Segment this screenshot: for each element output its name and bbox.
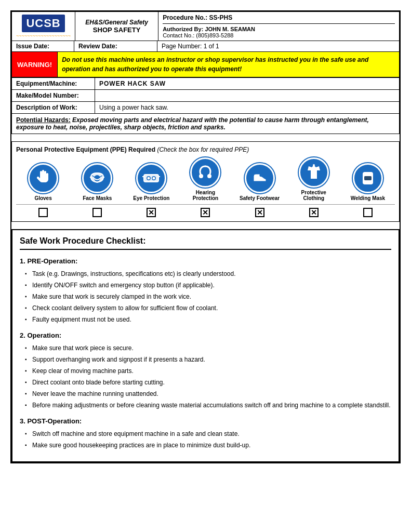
svg-point-10: [199, 174, 203, 178]
ppe-title: Personal Protective Equipment (PPE) Requ…: [16, 146, 395, 153]
swp-list-1: Task (e.g. Drawings, instructions, speci…: [20, 268, 391, 325]
protective-clothing-label: Protective Clothing: [293, 190, 335, 201]
issue-date-label: Issue Date:: [16, 43, 49, 50]
swp-item: Switch off machine and store equipment m…: [25, 428, 391, 440]
eye-protection-icon: [136, 163, 166, 193]
svg-rect-2: [144, 175, 158, 182]
proc-no: Procedure No.: SS-PHS: [163, 14, 395, 24]
swp-list-2: Make sure that work piece is secure. Sup…: [20, 342, 391, 411]
meta-row-table: Issue Date: Review Date: Page Number: 1 …: [11, 41, 400, 52]
hearing-protection-icon: [190, 157, 220, 188]
work-value: Using a power hack saw.: [95, 102, 400, 114]
checkbox-eye-protection[interactable]: ✕: [130, 208, 172, 217]
warning-text: Do not use this machine unless an instru…: [58, 52, 399, 77]
swp-item: Make sure that work piece is secure.: [25, 342, 391, 354]
gloves-label: Gloves: [34, 195, 51, 201]
issue-date-cell: Issue Date:: [12, 41, 74, 52]
contact-label: Contact No.: (805)893-5288: [163, 32, 395, 38]
eye-protection-label: Eye Protection: [133, 195, 169, 201]
swp-item: Direct coolant onto blade before startin…: [25, 377, 391, 388]
machine-label: Equipment/Machine:: [12, 78, 95, 90]
page-number-cell: Page Number: 1 of 1: [157, 41, 400, 52]
ppe-item-eye-protection: Eye Protection: [130, 163, 172, 201]
face-masks-label: Face Masks: [83, 195, 112, 201]
checkbox-face-masks[interactable]: [76, 208, 118, 217]
ppe-item-safety-footwear: Safety Footwear: [239, 163, 281, 201]
work-label: Description of Work:: [12, 102, 95, 114]
machine-value: POWER HACK SAW: [95, 78, 400, 90]
checkbox-gloves[interactable]: [22, 208, 64, 217]
swp-item: Before making adjustments or before clea…: [25, 400, 391, 411]
checkbox-welding-mask[interactable]: [347, 208, 389, 217]
swp-heading-3: 3. POST-Operation:: [20, 417, 391, 425]
swp-item: Check coolant delivery system to allow f…: [25, 302, 391, 314]
welding-mask-icon: [353, 163, 383, 193]
warning-badge: WARNING!: [12, 52, 58, 77]
svg-point-1: [94, 175, 100, 181]
swp-list-3: Switch off machine and store equipment m…: [20, 428, 391, 451]
ppe-item-gloves: Gloves: [22, 163, 64, 201]
ppe-title-text: Personal Protective Equipment (PPE) Requ…: [16, 146, 155, 153]
swp-section-1: 1. PRE-Operation: Task (e.g. Drawings, i…: [20, 257, 391, 325]
page-number: Page Number: 1 of 1: [162, 43, 219, 50]
swp-item: Faulty equipment must not be used.: [25, 314, 391, 325]
dept-name: EH&S/General Safety: [79, 19, 154, 26]
checkbox-safety-footwear[interactable]: ✕: [239, 208, 281, 217]
equipment-table: Equipment/Machine: POWER HACK SAW Make/M…: [11, 77, 400, 134]
checkbox-safety-footwear-box[interactable]: ✕: [255, 208, 264, 217]
model-value: [95, 90, 400, 102]
checkbox-welding-mask-box[interactable]: [363, 208, 373, 217]
swp-item: Make sure good housekeeping practices ar…: [25, 440, 391, 451]
checkbox-hearing-protection-box[interactable]: ✕: [201, 208, 210, 217]
ppe-section: Personal Protective Equipment (PPE) Requ…: [11, 141, 400, 222]
ppe-icons-row: Gloves Face Masks: [16, 157, 395, 201]
auth-label: Authorized By: JOHN M. SEAMAN: [163, 26, 395, 32]
safety-footwear-icon: [245, 163, 275, 193]
swp-section-3: 3. POST-Operation: Switch off machine an…: [20, 417, 391, 451]
ppe-item-hearing-protection: Hearing Protection: [184, 157, 226, 201]
svg-point-12: [313, 164, 315, 166]
swp-item: Keep clear of moving machine parts.: [25, 365, 391, 377]
face-masks-icon: [82, 163, 112, 193]
checkbox-protective-clothing-box[interactable]: ✕: [309, 208, 319, 217]
logo-cell: UCSB ~~~~~~~~~~~~~~~~~~~~: [12, 12, 75, 41]
welding-mask-label: Welding Mask: [351, 195, 386, 201]
svg-rect-15: [364, 176, 372, 180]
swp-item: Make sure that work is securely clamped …: [25, 291, 391, 302]
warning-content: Do not use this machine unless an instru…: [62, 56, 368, 73]
svg-point-7: [153, 177, 155, 180]
logo: UCSB: [22, 15, 64, 32]
checkbox-hearing-protection[interactable]: ✕: [184, 208, 226, 217]
checkbox-gloves-box[interactable]: [38, 208, 48, 217]
swp-item: Task (e.g. Drawings, instructions, speci…: [25, 268, 391, 280]
safety-footwear-label: Safety Footwear: [240, 195, 280, 201]
swp-item: Identify ON/OFF switch and emergency sto…: [25, 280, 391, 291]
review-date-label: Review Date:: [78, 43, 117, 50]
proc-cell: Procedure No.: SS-PHS Authorized By: JOH…: [158, 12, 400, 41]
warning-row: WARNING! Do not use this machine unless …: [11, 52, 400, 77]
checkbox-protective-clothing[interactable]: ✕: [293, 208, 335, 217]
ppe-item-protective-clothing: Protective Clothing: [293, 157, 335, 201]
dept-cell: EH&S/General Safety SHOP SAFETY: [75, 12, 158, 41]
hazards-cell: Potential Hazards: Exposed moving parts …: [12, 114, 400, 134]
hazards-label: Potential Hazards:: [16, 116, 71, 124]
hearing-protection-label: Hearing Protection: [184, 190, 226, 201]
svg-point-11: [207, 174, 211, 178]
swp-heading-1: 1. PRE-Operation:: [20, 257, 391, 265]
header-table: UCSB ~~~~~~~~~~~~~~~~~~~~ EH&S/General S…: [11, 11, 400, 41]
model-label: Make/Model Number:: [12, 90, 95, 102]
svg-point-6: [148, 177, 150, 180]
protective-clothing-icon: [299, 157, 329, 188]
swp-title: Safe Work Procedure Checklist:: [20, 236, 391, 250]
checkbox-eye-protection-box[interactable]: ✕: [147, 208, 156, 217]
swp-item: Never leave the machine running unattend…: [25, 388, 391, 400]
checkbox-face-masks-box[interactable]: [92, 208, 102, 217]
gloves-icon: [28, 163, 58, 193]
swp-section: Safe Work Procedure Checklist: 1. PRE-Op…: [11, 229, 400, 462]
swp-item: Support overhanging work and signpost if…: [25, 354, 391, 365]
ppe-item-welding-mask: Welding Mask: [347, 163, 389, 201]
ppe-subtitle: (Check the box for required PPE): [157, 146, 249, 153]
ppe-checkboxes-row: ✕ ✕ ✕ ✕: [16, 204, 395, 217]
swp-heading-2: 2. Operation:: [20, 331, 391, 339]
review-date-cell: Review Date:: [74, 41, 157, 52]
